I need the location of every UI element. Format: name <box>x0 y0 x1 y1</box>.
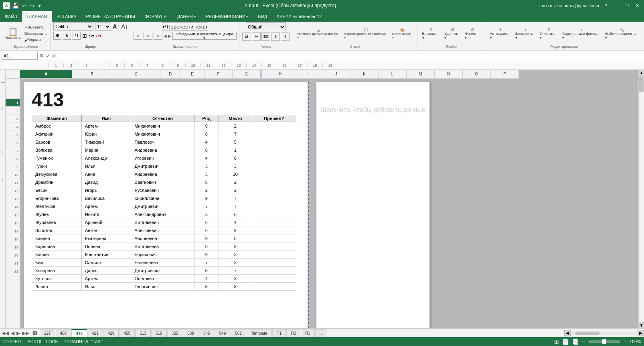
table-cell[interactable]: Тимофей <box>81 138 131 146</box>
table-row[interactable]: АмбросАртемМихайлович92 <box>32 122 296 130</box>
increase-font-btn[interactable]: A↑ <box>113 23 119 30</box>
table-cell[interactable] <box>252 186 296 194</box>
sheet-tab-561[interactable]: 561 <box>231 329 246 337</box>
row-num-20[interactable]: 20 <box>6 251 20 259</box>
sheet-tab-407[interactable]: 407 <box>56 329 71 337</box>
table-cell[interactable]: Андреевна <box>131 234 194 242</box>
decrease-font-btn[interactable]: A↓ <box>121 23 128 30</box>
col-header-c[interactable]: C <box>112 70 160 78</box>
table-cell[interactable] <box>252 250 296 258</box>
scroll-down-btn[interactable]: ▼ <box>639 322 644 328</box>
align-left-btn[interactable]: ≡ <box>134 32 142 40</box>
scroll-sheets-right-btn[interactable]: ▶▶ <box>21 330 30 336</box>
table-cell[interactable]: Василиса <box>81 194 131 202</box>
table-cell[interactable]: Артем <box>81 122 131 130</box>
table-cell[interactable]: Демускова <box>32 170 82 178</box>
sheet-tab-455[interactable]: 455 <box>119 329 135 337</box>
table-cell[interactable]: Антон <box>81 226 131 234</box>
tab-page-layout[interactable]: РАЗМЕТКА СТРАНИЦЫ <box>81 11 140 22</box>
table-cell[interactable]: 9 <box>219 226 252 234</box>
help-btn[interactable]: ? <box>602 2 610 9</box>
table-cell[interactable]: 9 <box>219 242 252 250</box>
col-header-n[interactable]: N <box>435 70 463 78</box>
table-cell[interactable]: Михайлович <box>131 130 194 138</box>
sheet-tab-template[interactable]: Template <box>247 329 272 337</box>
row-num-5[interactable]: 5 <box>6 131 20 139</box>
table-cell[interactable]: 8 <box>194 242 219 250</box>
table-cell[interactable]: Георгиевич <box>131 283 194 291</box>
table-cell[interactable] <box>252 194 296 202</box>
table-cell[interactable]: 2 <box>219 178 252 186</box>
sort-filter-btn[interactable]: ↕Сортировка и фильтр ▾ <box>561 27 603 41</box>
table-cell[interactable]: Алексеевич <box>131 226 194 234</box>
zoom-slider[interactable] <box>588 340 620 343</box>
tab-file[interactable]: ФАЙЛ <box>0 11 22 22</box>
delete-cells-btn[interactable]: ⊟Удалить ▾ <box>443 27 463 41</box>
row-num-9[interactable]: 9 <box>6 163 20 171</box>
table-cell[interactable]: 9 <box>194 250 219 258</box>
insert-cells-btn[interactable]: ⊞Вставить ▾ <box>421 27 442 41</box>
table-row[interactable]: ЖуравлевАрсенийВитальевич64 <box>32 218 296 226</box>
table-cell[interactable] <box>252 162 296 170</box>
table-cell[interactable]: Афтений <box>32 130 82 138</box>
sheet-tab-p1[interactable]: П1 <box>272 329 286 337</box>
table-row[interactable]: ЖулевНикитаАлександрович36 <box>32 210 296 218</box>
table-cell[interactable]: Кутепов <box>32 275 82 283</box>
sheet-tab-525[interactable]: 525 <box>167 329 183 337</box>
table-cell[interactable]: Илья <box>81 162 131 170</box>
normal-view-btn[interactable]: ⊞ <box>554 338 559 345</box>
table-cell[interactable]: Илья <box>81 283 131 291</box>
row-num-19[interactable]: 19 <box>6 243 20 251</box>
table-cell[interactable]: Канева <box>32 234 82 242</box>
table-cell[interactable]: 2 <box>219 186 252 194</box>
table-cell[interactable]: Конорева <box>32 267 82 275</box>
table-cell[interactable] <box>252 275 296 283</box>
col-header-h[interactable]: H <box>266 70 294 78</box>
h-scroll-track[interactable] <box>571 332 637 335</box>
tab-review[interactable]: РЕЦЕНЗИРОВАНИЕ <box>201 11 253 22</box>
col-header-p[interactable]: P <box>491 70 519 78</box>
table-cell[interactable]: Арсений <box>81 218 131 226</box>
tab-formulas[interactable]: ФОРМУЛЫ <box>140 11 172 22</box>
table-row[interactable]: ЕвсинИгорьРусланович22 <box>32 186 296 194</box>
percent-btn[interactable]: % <box>252 33 261 41</box>
table-cell[interactable]: 3 <box>194 162 219 170</box>
table-cell[interactable]: Павлович <box>131 138 194 146</box>
add-sheet-btn[interactable]: ⊕ <box>30 329 39 337</box>
col-header-g[interactable]: G <box>233 70 261 78</box>
table-cell[interactable]: Екатерина <box>81 234 131 242</box>
table-cell[interactable]: 7 <box>219 130 252 138</box>
increase-decimal-btn[interactable]: .0 <box>271 33 280 41</box>
table-cell[interactable]: 9 <box>194 122 219 130</box>
tab-abbyy[interactable]: ABBYY FineReader 12 <box>272 11 326 22</box>
number-format-select[interactable]: Общий <box>246 22 286 31</box>
sheet-tab-545[interactable]: 545 <box>199 329 215 337</box>
tab-home[interactable]: ГЛАВНАЯ <box>22 11 52 22</box>
table-cell[interactable]: 7 <box>219 202 252 210</box>
sheet-tab-227[interactable]: 227 <box>40 329 55 337</box>
table-cell[interactable] <box>252 178 296 186</box>
table-cell[interactable]: 1 <box>219 146 252 154</box>
name-box[interactable]: A1 <box>2 52 38 60</box>
table-cell[interactable]: 4 <box>194 275 219 283</box>
table-cell[interactable] <box>252 242 296 250</box>
fill-btn[interactable]: ↓Заполнить ▾ <box>514 27 537 41</box>
col-header-k[interactable]: K <box>350 70 379 78</box>
table-cell[interactable]: Драмбян <box>32 178 82 186</box>
sheet-tab-539[interactable]: 539 <box>183 329 198 337</box>
decrease-decimal-btn[interactable]: 0. <box>281 33 290 41</box>
col-header-i[interactable]: I <box>294 70 322 78</box>
table-cell[interactable]: Гуменюк <box>32 154 82 162</box>
font-family-select[interactable]: Calibri <box>53 22 93 31</box>
scroll-sheets-left-btn[interactable]: ◀◀ <box>1 330 10 336</box>
paste-button[interactable]: 📋 Вставить <box>4 27 22 41</box>
row-num-7[interactable]: 7 <box>6 147 20 155</box>
table-cell[interactable]: Самсон <box>81 258 131 267</box>
table-row[interactable]: ГуринИльяДмитриевич33 <box>32 162 296 170</box>
table-cell[interactable]: Игорь <box>81 186 131 194</box>
row-num-15[interactable]: 15 <box>6 211 20 219</box>
table-cell[interactable]: Игоревич <box>131 154 194 162</box>
table-row[interactable]: ЖелтиковАртемДмитриевич77 <box>32 202 296 210</box>
row-num-14[interactable]: 14 <box>6 203 20 211</box>
row-num-3[interactable]: 3 <box>6 115 20 123</box>
